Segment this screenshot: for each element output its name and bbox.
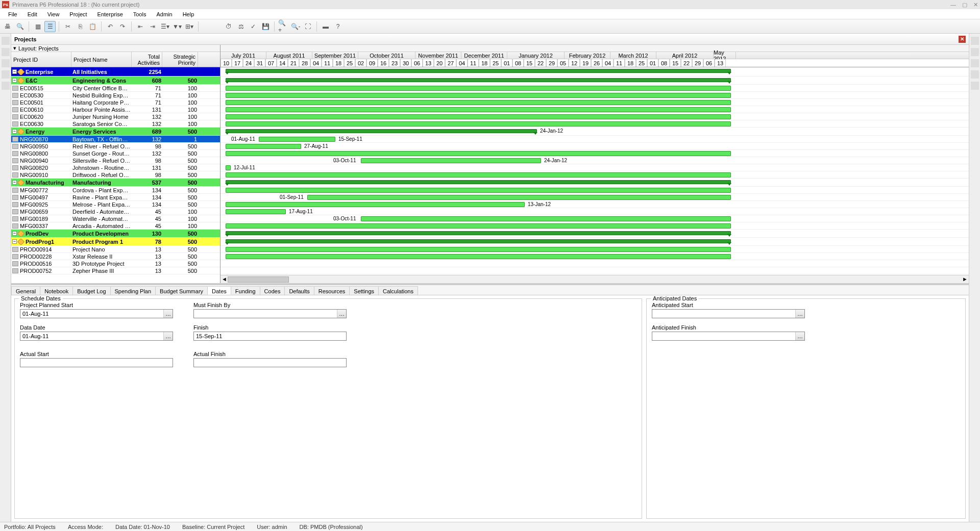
scroll-thumb[interactable] (228, 276, 289, 283)
table-row[interactable]: NRG00870Baytown, TX - Offline Mainten132… (11, 136, 220, 143)
table-row[interactable]: MFG00497Ravine - Plant Expansion & Mo134… (11, 194, 220, 201)
fit-icon[interactable]: ⛶ (302, 21, 313, 32)
dock-resources-icon[interactable] (2, 59, 10, 67)
print-icon[interactable]: 🖶 (2, 21, 13, 32)
copy-icon[interactable]: ⎘ (75, 21, 86, 32)
scroll-left-icon[interactable]: ◄ (222, 276, 227, 282)
table-row[interactable]: NRG00940Sillersville - Refuel Outage9850… (11, 157, 220, 164)
gantt-bar[interactable] (226, 121, 731, 127)
gantt-bar[interactable] (226, 78, 731, 82)
anticipated-finish-input[interactable]: … (652, 332, 805, 341)
gantt-bar[interactable] (226, 188, 731, 193)
menu-view[interactable]: View (43, 10, 64, 18)
dock-projects-icon[interactable] (2, 37, 10, 45)
menu-help[interactable]: Help (179, 10, 199, 18)
table-row[interactable]: EC00515City Center Office Building Add71… (11, 85, 220, 92)
table-row[interactable]: MFG00337Arcadia - Automated System45100 (11, 222, 220, 230)
dock-paste-icon[interactable] (971, 82, 979, 90)
scroll-right-icon[interactable]: ► (962, 276, 968, 282)
layout-bar[interactable]: ▾ Layout: Projects (11, 45, 220, 52)
table-row[interactable]: NRG00820Johnstown - Routine Mainten13150… (11, 164, 220, 171)
dock-delete-icon[interactable] (971, 48, 979, 56)
gantt-bar[interactable] (259, 137, 335, 142)
table-row[interactable]: NRG00950Red River - Refuel Outage98500 (11, 143, 220, 150)
menu-edit[interactable]: Edit (23, 10, 41, 18)
date-picker-icon[interactable]: … (163, 310, 173, 318)
help-icon[interactable]: ? (332, 21, 344, 32)
progress-icon[interactable]: ▬ (320, 21, 331, 32)
gantt-bar[interactable] (226, 180, 731, 184)
print-preview-icon[interactable]: 🔍 (14, 21, 26, 32)
tab-resources[interactable]: Resources (314, 286, 350, 295)
data-date-input[interactable]: 01-Aug-11… (20, 332, 173, 341)
dock-reports-icon[interactable] (2, 82, 10, 90)
gantt-bar[interactable] (226, 231, 731, 235)
table-row[interactable]: MFG00189Waterville - Automated System451… (11, 215, 220, 222)
level-icon[interactable]: ⚖ (235, 21, 247, 32)
table-row[interactable]: −ProdDevProduct Developmen130500 (11, 230, 220, 238)
tab-budget-log[interactable]: Budget Log (72, 286, 110, 295)
apply-icon[interactable]: ✓ (248, 21, 259, 32)
date-picker-icon[interactable]: … (337, 310, 346, 318)
grid-icon[interactable]: ▦ (32, 21, 43, 32)
date-picker-icon[interactable]: … (795, 310, 804, 318)
tab-codes[interactable]: Codes (260, 286, 285, 295)
table-row[interactable]: PROD005163D Prototype Project13500 (11, 260, 220, 267)
gantt-bar[interactable] (361, 158, 541, 163)
outdent-icon[interactable]: ⇥ (147, 21, 158, 32)
tab-spending-plan[interactable]: Spending Plan (110, 286, 156, 295)
gantt-bar[interactable] (226, 151, 731, 156)
tab-notebook[interactable]: Notebook (40, 286, 73, 295)
menu-admin[interactable]: Admin (152, 10, 176, 18)
tab-defaults[interactable]: Defaults (284, 286, 314, 295)
tab-budget-summary[interactable]: Budget Summary (155, 286, 208, 295)
gantt-bar[interactable] (226, 100, 731, 105)
maximize-button[interactable]: ▢ (962, 2, 967, 8)
undo-icon[interactable]: ↶ (105, 21, 116, 32)
gantt-bar[interactable] (226, 69, 731, 73)
tab-dates[interactable]: Dates (207, 286, 231, 295)
gantt-bar[interactable] (307, 195, 731, 200)
menu-file[interactable]: File (4, 10, 21, 18)
menu-enterprise[interactable]: Enterprise (93, 10, 127, 18)
col-project-name[interactable]: Project Name (71, 52, 132, 67)
table-row[interactable]: PROD00752Zepher Phase III13500 (11, 267, 220, 274)
gantt-bar[interactable] (226, 86, 731, 91)
dock-activities-icon[interactable] (2, 48, 10, 56)
schedule-icon[interactable]: ⏱ (223, 21, 234, 32)
table-row[interactable]: EC00620Juniper Nursing Home132100 (11, 113, 220, 120)
table-row[interactable]: −EnergyEnergy Services689500 (11, 128, 220, 136)
table-row[interactable]: EC00530Nesbid Building Expansion71100 (11, 92, 220, 99)
paste-icon[interactable]: 📋 (87, 21, 98, 32)
tab-calculations[interactable]: Calculations (378, 286, 418, 295)
gantt-bar[interactable] (226, 239, 731, 243)
table-row[interactable]: −EnterpriseAll Initiatives2254 (11, 67, 220, 77)
table-row[interactable]: MFG00659Deerfield - Automated System4510… (11, 208, 220, 215)
actual-finish-input[interactable] (193, 358, 347, 367)
gantt-bar[interactable] (226, 202, 525, 207)
group-icon[interactable]: ⊞▾ (184, 21, 195, 32)
store-icon[interactable]: 💾 (260, 21, 271, 32)
date-picker-icon[interactable]: … (163, 332, 173, 340)
cut-icon[interactable]: ✂ (62, 21, 74, 32)
gantt-bar[interactable] (226, 165, 231, 170)
table-row[interactable]: NRG00910Driftwood - Refuel Outage98500 (11, 171, 220, 179)
zoomout-icon[interactable]: 🔍- (290, 21, 301, 32)
table-row[interactable]: PROD00914Project Nano13500 (11, 246, 220, 253)
table-row[interactable]: −ManufacturingManufacturing537500 (11, 179, 220, 187)
gantt-bar[interactable] (226, 254, 731, 259)
layout-dropdown-icon[interactable]: ▾ (13, 45, 16, 52)
gantt-bar[interactable] (226, 114, 731, 119)
date-picker-icon[interactable]: … (795, 332, 804, 340)
col-total-activities[interactable]: Total Activities (132, 52, 162, 67)
actual-start-input[interactable] (20, 358, 173, 367)
anticipated-start-input[interactable]: … (652, 309, 805, 318)
table-row[interactable]: EC00501Haitang Corporate Park71100 (11, 99, 220, 106)
zoomin-icon[interactable]: 🔍+ (278, 21, 289, 32)
gantt-icon[interactable]: ☰ (44, 21, 56, 32)
gantt-bar[interactable] (226, 247, 731, 252)
gantt-bar[interactable] (226, 172, 731, 178)
gantt-bar[interactable] (226, 107, 731, 112)
tab-settings[interactable]: Settings (349, 286, 379, 295)
dock-copy-icon[interactable] (971, 70, 979, 79)
